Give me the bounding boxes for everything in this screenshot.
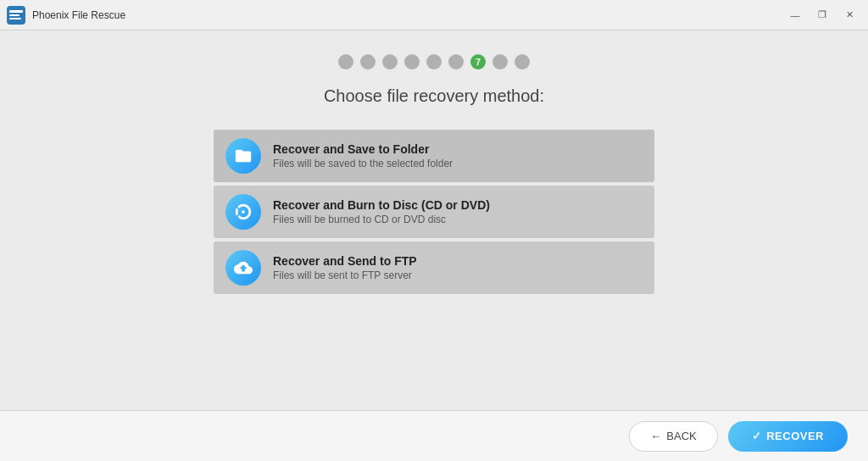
option-ftp-title: Recover and Send to FTP [273, 254, 417, 268]
options-list: Recover and Save to Folder Files will be… [214, 130, 654, 294]
svg-rect-3 [9, 18, 21, 19]
disc-icon [234, 203, 253, 221]
app-title: Phoenix File Rescue [32, 9, 125, 21]
close-button[interactable]: ✕ [837, 7, 861, 24]
back-button[interactable]: ← BACK [629, 421, 717, 452]
recover-label: RECOVER [766, 430, 824, 442]
option-ftp-desc: Files will be sent to FTP server [273, 269, 417, 281]
ftp-icon-circle [225, 250, 261, 286]
recover-button[interactable]: ✓ RECOVER [728, 421, 848, 452]
step-dot-2 [360, 54, 376, 69]
step-dot-4 [404, 54, 420, 69]
check-icon: ✓ [752, 430, 762, 442]
minimize-button[interactable]: — [783, 7, 807, 24]
option-disc-title: Recover and Burn to Disc (CD or DVD) [273, 198, 490, 212]
option-ftp-text: Recover and Send to FTP Files will be se… [273, 254, 417, 281]
option-ftp[interactable]: Recover and Send to FTP Files will be se… [214, 242, 654, 294]
steps-indicator: 7 [338, 54, 530, 69]
option-folder-desc: Files will be saved to the selected fold… [273, 158, 453, 169]
option-disc[interactable]: Recover and Burn to Disc (CD or DVD) Fil… [214, 186, 654, 238]
folder-icon [234, 147, 253, 165]
option-disc-text: Recover and Burn to Disc (CD or DVD) Fil… [273, 198, 490, 225]
back-label: BACK [666, 430, 696, 442]
title-bar-controls: — ❐ ✕ [783, 7, 861, 24]
step-dot-3 [382, 54, 398, 69]
step-dot-8 [492, 54, 508, 69]
option-disc-desc: Files will be burned to CD or DVD disc [273, 214, 490, 225]
svg-rect-2 [9, 14, 19, 16]
step-dot-7: 7 [470, 54, 486, 69]
maximize-button[interactable]: ❐ [810, 7, 834, 24]
step-dot-9 [515, 54, 530, 69]
folder-icon-circle [225, 138, 261, 174]
option-folder-title: Recover and Save to Folder [273, 142, 453, 156]
disc-icon-circle [225, 194, 261, 230]
main-content: 7 Choose file recovery method: Recover a… [0, 31, 868, 461]
step-dot-6 [448, 54, 464, 69]
ftp-icon [234, 258, 253, 277]
option-folder[interactable]: Recover and Save to Folder Files will be… [214, 130, 654, 182]
svg-rect-1 [9, 10, 23, 13]
app-icon [7, 6, 25, 25]
option-folder-text: Recover and Save to Folder Files will be… [273, 142, 453, 169]
title-bar: Phoenix File Rescue — ❐ ✕ [0, 0, 868, 31]
title-bar-left: Phoenix File Rescue [7, 6, 125, 25]
step-dot-5 [426, 54, 442, 69]
back-arrow-icon: ← [650, 430, 661, 442]
page-title: Choose file recovery method: [324, 86, 544, 106]
bottom-bar: ← BACK ✓ RECOVER [0, 410, 868, 461]
step-dot-1 [338, 54, 353, 69]
